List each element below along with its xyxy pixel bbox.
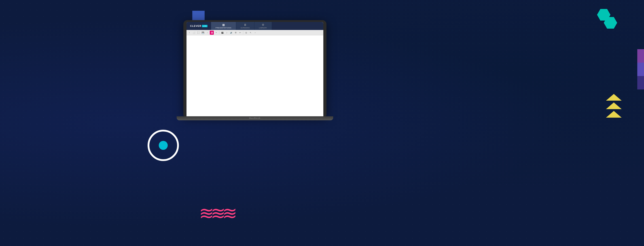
tab-screens[interactable]: 🖥 SCREENS: [236, 22, 254, 30]
library-label: LIBRARY: [259, 27, 267, 29]
toolbar: ‹ ⬜ ⛶ 💾 ↑ 🖼 + 🎬 ♪ 🔊 ⚙ ↩ ◎ ↖ ›: [186, 30, 323, 35]
decorative-circle-inner: [159, 141, 168, 150]
toolbar-image[interactable]: 🖼: [210, 31, 214, 35]
toolbar-select[interactable]: ⬜: [192, 31, 196, 35]
app-header: CLEVER LIVE ▦ PRESENTATIONS 🖥 SCREENS ⚙ …: [186, 22, 323, 30]
toolbar-back[interactable]: ‹: [188, 31, 192, 35]
tab-presentations[interactable]: ▦ PRESENTATIONS: [211, 22, 236, 30]
toolbar-volume[interactable]: 🔊: [229, 31, 233, 35]
toolbar-target[interactable]: ◎: [244, 31, 248, 35]
presentations-icon: ▦: [222, 23, 225, 26]
toolbar-video[interactable]: 🎬: [220, 31, 224, 35]
app-logo: CLEVER LIVE: [186, 22, 211, 30]
toolbar-fullscreen[interactable]: ⛶: [196, 31, 200, 35]
toolbar-cursor[interactable]: ↖: [249, 31, 253, 35]
logo-text: CLEVER: [190, 24, 202, 27]
decorative-hexagons: [597, 9, 617, 29]
toolbar-settings[interactable]: ⚙: [234, 31, 238, 35]
presentations-label: PRESENTATIONS: [216, 27, 232, 29]
screens-label: SCREENS: [240, 27, 250, 29]
laptop-label: MacBook: [249, 117, 261, 119]
bar-blue: [637, 62, 644, 76]
logo-live: LIVE: [202, 25, 208, 27]
tab-library[interactable]: ⚙ LIBRARY: [254, 22, 272, 30]
toolbar-separator-2: [243, 31, 243, 34]
toolbar-next[interactable]: ›: [253, 31, 257, 35]
decorative-triangles: [606, 94, 622, 118]
laptop-screen: CLEVER LIVE ▦ PRESENTATIONS 🖥 SCREENS ⚙ …: [183, 20, 326, 116]
laptop-base: MacBook: [177, 116, 333, 120]
screens-icon: 🖥: [244, 23, 246, 26]
toolbar-undo[interactable]: ↩: [238, 31, 242, 35]
app-nav: ▦ PRESENTATIONS 🖥 SCREENS ⚙ LIBRARY: [211, 22, 323, 30]
decorative-bars: [637, 49, 644, 94]
bar-darkblue: [637, 76, 644, 90]
toolbar-audio[interactable]: ♪: [225, 31, 229, 35]
toolbar-save[interactable]: 💾: [201, 31, 205, 35]
triangle-3: [606, 111, 622, 118]
decorative-wave: ≋≋≋: [199, 203, 234, 224]
triangle-2: [606, 102, 622, 109]
toolbar-share[interactable]: ↑: [205, 31, 209, 35]
triangle-1: [606, 94, 622, 101]
toolbar-add[interactable]: +: [214, 31, 218, 35]
library-icon: ⚙: [262, 23, 264, 26]
bar-purple: [637, 49, 644, 62]
laptop-container: CLEVER LIVE ▦ PRESENTATIONS 🖥 SCREENS ⚙ …: [183, 20, 326, 150]
app-screen: CLEVER LIVE ▦ PRESENTATIONS 🖥 SCREENS ⚙ …: [186, 22, 323, 116]
decorative-circle: [148, 130, 179, 161]
